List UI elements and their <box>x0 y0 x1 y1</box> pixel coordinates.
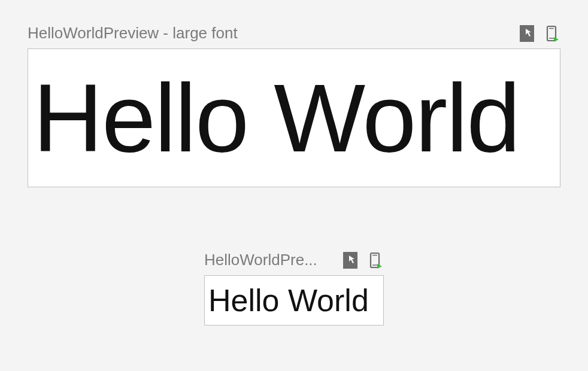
deploy-to-device-button[interactable] <box>544 25 560 42</box>
preview-actions <box>342 252 384 269</box>
preview-header: HelloWorldPre... <box>204 251 384 269</box>
preview-title: HelloWorldPreview - large font <box>28 24 238 42</box>
interactive-mode-button[interactable] <box>342 252 359 269</box>
preview-canvas[interactable]: Hello World <box>204 275 384 326</box>
preview-header: HelloWorldPreview - large font <box>28 24 560 42</box>
preview-actions <box>519 25 560 42</box>
deploy-to-device-icon <box>545 25 559 42</box>
preview-canvas[interactable]: Hello World <box>28 48 560 187</box>
preview-small: HelloWorldPre... <box>204 251 384 326</box>
preview-large: HelloWorldPreview - large font Hello Wor… <box>28 24 560 187</box>
interactive-mode-button[interactable] <box>519 25 535 42</box>
interactive-mode-icon <box>520 25 534 42</box>
preview-title: HelloWorldPre... <box>204 251 317 269</box>
interactive-mode-icon <box>343 252 357 269</box>
deploy-to-device-button[interactable] <box>367 252 384 269</box>
preview-small-container: HelloWorldPre... <box>28 251 560 326</box>
preview-content-text: Hello World <box>208 285 369 316</box>
deploy-to-device-icon <box>368 252 383 269</box>
preview-content-text: Hello World <box>33 69 519 166</box>
